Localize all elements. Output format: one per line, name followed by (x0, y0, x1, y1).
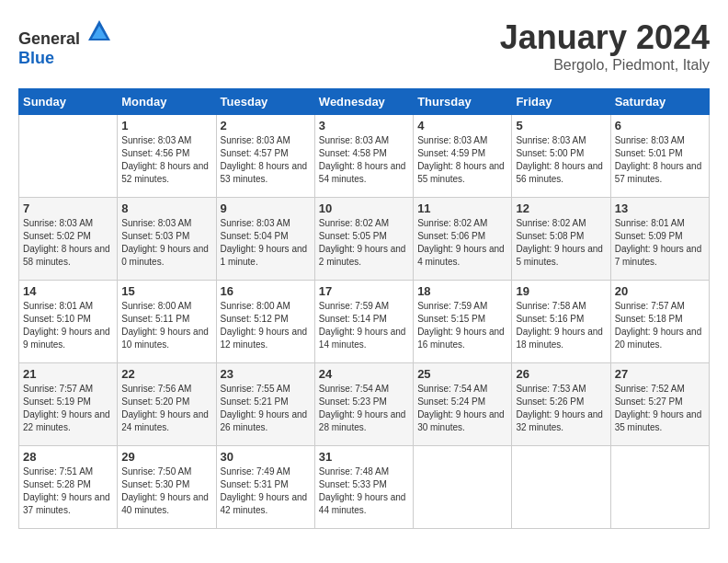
day-number: 17 (319, 284, 409, 298)
calendar-day-cell (512, 446, 610, 529)
day-number: 15 (121, 284, 211, 298)
day-info: Sunrise: 8:02 AMSunset: 5:05 PMDaylight:… (319, 217, 409, 269)
calendar-day-cell: 4Sunrise: 8:03 AMSunset: 4:59 PMDaylight… (414, 115, 512, 198)
day-number: 12 (516, 201, 606, 215)
weekday-header-tuesday: Tuesday (216, 89, 314, 115)
day-number: 14 (23, 284, 113, 298)
day-info: Sunrise: 8:03 AMSunset: 5:03 PMDaylight:… (121, 217, 211, 269)
day-number: 11 (417, 201, 507, 215)
weekday-header-monday: Monday (118, 89, 216, 115)
calendar-day-cell: 28Sunrise: 7:51 AMSunset: 5:28 PMDayligh… (19, 446, 118, 529)
calendar-day-cell: 29Sunrise: 7:50 AMSunset: 5:30 PMDayligh… (118, 446, 216, 529)
day-info: Sunrise: 7:48 AMSunset: 5:33 PMDaylight:… (319, 465, 409, 517)
day-number: 8 (121, 201, 211, 215)
day-number: 1 (121, 119, 211, 132)
day-info: Sunrise: 8:03 AMSunset: 5:00 PMDaylight:… (516, 134, 606, 186)
calendar-day-cell: 6Sunrise: 8:03 AMSunset: 5:01 PMDaylight… (610, 115, 709, 198)
calendar-day-cell (19, 115, 118, 198)
day-number: 31 (319, 450, 409, 464)
day-info: Sunrise: 8:03 AMSunset: 4:59 PMDaylight:… (417, 134, 507, 186)
weekday-header-sunday: Sunday (19, 89, 118, 115)
weekday-header-friday: Friday (512, 89, 610, 115)
day-info: Sunrise: 8:03 AMSunset: 5:02 PMDaylight:… (23, 217, 113, 269)
day-info: Sunrise: 8:01 AMSunset: 5:09 PMDaylight:… (615, 217, 705, 269)
calendar-day-cell: 21Sunrise: 7:57 AMSunset: 5:19 PMDayligh… (19, 363, 118, 446)
day-info: Sunrise: 7:59 AMSunset: 5:14 PMDaylight:… (319, 300, 409, 351)
day-number: 21 (23, 367, 113, 381)
title-area: January 2024 Bergolo, Piedmont, Italy (500, 18, 710, 74)
weekday-header-thursday: Thursday (414, 89, 512, 115)
calendar-week-row: 28Sunrise: 7:51 AMSunset: 5:28 PMDayligh… (19, 446, 710, 529)
day-info: Sunrise: 7:57 AMSunset: 5:18 PMDaylight:… (615, 300, 705, 351)
calendar-week-row: 21Sunrise: 7:57 AMSunset: 5:19 PMDayligh… (19, 363, 710, 446)
calendar-day-cell: 9Sunrise: 8:03 AMSunset: 5:04 PMDaylight… (216, 198, 314, 281)
day-number: 26 (516, 367, 606, 381)
calendar-day-cell: 1Sunrise: 8:03 AMSunset: 4:56 PMDaylight… (118, 115, 216, 198)
day-info: Sunrise: 7:52 AMSunset: 5:27 PMDaylight:… (615, 383, 705, 434)
day-number: 10 (319, 201, 409, 215)
logo: General Blue (18, 18, 112, 68)
day-info: Sunrise: 7:57 AMSunset: 5:19 PMDaylight:… (23, 383, 113, 434)
day-number: 28 (23, 450, 113, 464)
calendar-day-cell: 3Sunrise: 8:03 AMSunset: 4:58 PMDaylight… (314, 115, 413, 198)
calendar-day-cell: 7Sunrise: 8:03 AMSunset: 5:02 PMDaylight… (19, 198, 118, 281)
calendar-week-row: 7Sunrise: 8:03 AMSunset: 5:02 PMDaylight… (19, 198, 710, 281)
day-number: 24 (319, 367, 409, 381)
day-number: 25 (417, 367, 507, 381)
day-number: 9 (221, 201, 311, 215)
day-info: Sunrise: 7:50 AMSunset: 5:30 PMDaylight:… (121, 465, 211, 517)
calendar-day-cell: 31Sunrise: 7:48 AMSunset: 5:33 PMDayligh… (314, 446, 413, 529)
day-number: 3 (319, 119, 409, 132)
day-number: 30 (221, 450, 311, 464)
calendar-day-cell: 10Sunrise: 8:02 AMSunset: 5:05 PMDayligh… (314, 198, 413, 281)
day-number: 27 (615, 367, 705, 381)
calendar-day-cell: 12Sunrise: 8:02 AMSunset: 5:08 PMDayligh… (512, 198, 610, 281)
calendar-day-cell (610, 446, 709, 529)
calendar-day-cell: 17Sunrise: 7:59 AMSunset: 5:14 PMDayligh… (314, 281, 413, 363)
day-number: 6 (615, 119, 705, 132)
day-number: 18 (417, 284, 507, 298)
day-info: Sunrise: 7:51 AMSunset: 5:28 PMDaylight:… (23, 465, 113, 517)
day-number: 23 (221, 367, 311, 381)
weekday-header-saturday: Saturday (610, 89, 709, 115)
day-info: Sunrise: 8:03 AMSunset: 4:57 PMDaylight:… (221, 134, 311, 186)
calendar-week-row: 1Sunrise: 8:03 AMSunset: 4:56 PMDaylight… (19, 115, 710, 198)
calendar-day-cell: 11Sunrise: 8:02 AMSunset: 5:06 PMDayligh… (414, 198, 512, 281)
day-info: Sunrise: 7:54 AMSunset: 5:24 PMDaylight:… (417, 383, 507, 434)
day-number: 4 (417, 119, 507, 132)
calendar-day-cell: 30Sunrise: 7:49 AMSunset: 5:31 PMDayligh… (216, 446, 314, 529)
day-info: Sunrise: 7:54 AMSunset: 5:23 PMDaylight:… (319, 383, 409, 434)
day-info: Sunrise: 7:55 AMSunset: 5:21 PMDaylight:… (221, 383, 311, 434)
day-number: 13 (615, 201, 705, 215)
day-info: Sunrise: 7:58 AMSunset: 5:16 PMDaylight:… (516, 300, 606, 351)
day-info: Sunrise: 7:56 AMSunset: 5:20 PMDaylight:… (121, 383, 211, 434)
month-title: January 2024 (500, 18, 710, 57)
calendar-day-cell: 23Sunrise: 7:55 AMSunset: 5:21 PMDayligh… (216, 363, 314, 446)
calendar-day-cell: 18Sunrise: 7:59 AMSunset: 5:15 PMDayligh… (414, 281, 512, 363)
calendar-day-cell: 8Sunrise: 8:03 AMSunset: 5:03 PMDaylight… (118, 198, 216, 281)
calendar-week-row: 14Sunrise: 8:01 AMSunset: 5:10 PMDayligh… (19, 281, 710, 363)
logo-general-text: General (18, 29, 80, 48)
day-info: Sunrise: 8:03 AMSunset: 5:01 PMDaylight:… (615, 134, 705, 186)
day-info: Sunrise: 8:00 AMSunset: 5:11 PMDaylight:… (121, 300, 211, 351)
day-info: Sunrise: 8:03 AMSunset: 5:04 PMDaylight:… (221, 217, 311, 269)
weekday-header-wednesday: Wednesday (314, 89, 413, 115)
calendar-day-cell: 14Sunrise: 8:01 AMSunset: 5:10 PMDayligh… (19, 281, 118, 363)
logo-icon (86, 18, 112, 44)
calendar-day-cell: 25Sunrise: 7:54 AMSunset: 5:24 PMDayligh… (414, 363, 512, 446)
calendar-day-cell: 2Sunrise: 8:03 AMSunset: 4:57 PMDaylight… (216, 115, 314, 198)
day-info: Sunrise: 7:49 AMSunset: 5:31 PMDaylight:… (221, 465, 311, 517)
day-number: 22 (121, 367, 211, 381)
calendar-day-cell: 24Sunrise: 7:54 AMSunset: 5:23 PMDayligh… (314, 363, 413, 446)
day-info: Sunrise: 8:02 AMSunset: 5:06 PMDaylight:… (417, 217, 507, 269)
calendar-day-cell: 5Sunrise: 8:03 AMSunset: 5:00 PMDaylight… (512, 115, 610, 198)
day-number: 16 (221, 284, 311, 298)
calendar-day-cell: 16Sunrise: 8:00 AMSunset: 5:12 PMDayligh… (216, 281, 314, 363)
day-info: Sunrise: 8:00 AMSunset: 5:12 PMDaylight:… (221, 300, 311, 351)
calendar-day-cell: 27Sunrise: 7:52 AMSunset: 5:27 PMDayligh… (610, 363, 709, 446)
calendar-day-cell: 26Sunrise: 7:53 AMSunset: 5:26 PMDayligh… (512, 363, 610, 446)
day-number: 20 (615, 284, 705, 298)
logo-blue-text: Blue (18, 49, 54, 67)
calendar-day-cell: 19Sunrise: 7:58 AMSunset: 5:16 PMDayligh… (512, 281, 610, 363)
calendar-day-cell: 13Sunrise: 8:01 AMSunset: 5:09 PMDayligh… (610, 198, 709, 281)
